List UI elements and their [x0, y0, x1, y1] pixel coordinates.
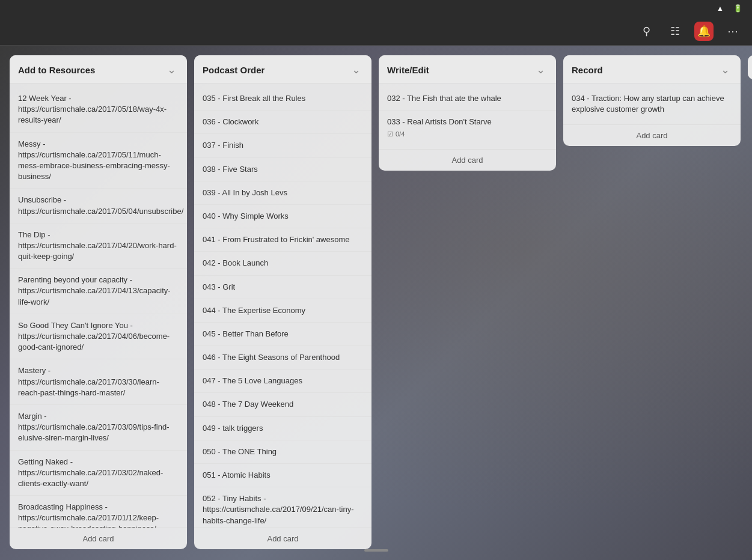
list-item[interactable]: 038 - Five Stars [194, 158, 371, 181]
search-button[interactable]: ⚲ [637, 22, 656, 41]
list-item[interactable]: Unsubscribe - https://curtismchale.ca/20… [10, 189, 187, 223]
list-item[interactable]: 048 - The 7 Day Weekend [194, 393, 371, 416]
card-text: 044 - The Expertise Economy [203, 306, 305, 315]
card-text: 048 - The 7 Day Weekend [203, 400, 293, 409]
column-add-to-resources: Add to Resources⌄12 Week Year - https://… [10, 55, 187, 549]
card-text: 034 - Traction: How any startup can achi… [572, 94, 724, 114]
search-icon: ⚲ [643, 25, 650, 38]
card-text: 052 - Tiny Habits - https://curtismchale… [203, 494, 353, 525]
list-item[interactable]: Margin - https://curtismchale.ca/2017/03… [10, 405, 187, 451]
list-item[interactable]: 044 - The Expertise Economy [194, 299, 371, 323]
list-item[interactable]: 037 - Finish [194, 134, 371, 157]
card-text: Getting Naked - https://curtismchale.ca/… [18, 457, 163, 488]
wifi-icon: ▲ [717, 4, 724, 13]
list-item[interactable]: Parenting beyond your capacity - https:/… [10, 269, 187, 314]
add-card-button-add-to-resources[interactable]: Add card [10, 528, 187, 549]
list-item[interactable]: So Good They Can't Ignore You - https://… [10, 314, 187, 360]
card-text: 040 - Why Simple Works [203, 212, 289, 221]
scroll-indicator [364, 549, 388, 552]
notifications-button[interactable]: 🔔 [694, 22, 714, 41]
title-bar: ⚲ ☷ 🔔 ⋯ [0, 17, 752, 46]
more-options-button[interactable]: ⋯ [723, 22, 742, 41]
checkbox-icon: ☑ [387, 130, 393, 139]
list-item[interactable]: 041 - From Frustrated to Frickin' awesom… [194, 228, 371, 252]
column-title-podcast-order: Podcast Order [203, 65, 264, 75]
column-menu-button-podcast-order[interactable]: ⌄ [349, 62, 363, 77]
column-header-edit-po: Edit Po [748, 55, 752, 79]
list-item[interactable]: Broadcasting Happiness - https://curtism… [10, 496, 187, 528]
card-text: 032 - The Fish that ate the whale [387, 94, 501, 103]
column-record: Record⌄034 - Traction: How any startup c… [563, 55, 741, 146]
list-item[interactable]: 033 - Real Artists Don't Starve☑ 0/4 [379, 111, 556, 145]
column-body-add-to-resources: 12 Week Year - https://curtismchale.ca/2… [10, 84, 187, 528]
card-text: 042 - Book Launch [203, 258, 268, 267]
column-title-add-to-resources: Add to Resources [18, 65, 95, 75]
list-item[interactable]: 050 - The ONE Thing [194, 440, 371, 464]
list-item[interactable]: 046 - The Eight Seasons of Parenthood [194, 346, 371, 370]
title-bar-left [10, 23, 637, 40]
list-item[interactable]: The Dip - https://curtismchale.ca/2017/0… [10, 224, 187, 269]
list-item[interactable]: Messy - https://curtismchale.ca/2017/05/… [10, 133, 187, 189]
list-item[interactable]: 047 - The 5 Love Languages [194, 370, 371, 393]
column-header-podcast-order: Podcast Order⌄ [194, 55, 371, 84]
list-item[interactable]: 039 - All In by Josh Levs [194, 181, 371, 205]
card-text: 049 - talk triggers [203, 424, 263, 433]
card-text: 036 - Clockwork [203, 117, 258, 126]
card-text: 043 - Grit [203, 282, 235, 291]
board-icon: ☷ [670, 25, 680, 38]
column-menu-button-write-edit[interactable]: ⌄ [533, 62, 548, 77]
add-card-button-write-edit[interactable]: Add card [379, 149, 556, 171]
card-text: 041 - From Frustrated to Frickin' awesom… [203, 235, 350, 244]
card-meta: ☑ 0/4 [387, 130, 548, 139]
list-item[interactable]: 051 - Atomic Habits [194, 464, 371, 487]
card-text: Messy - https://curtismchale.ca/2017/05/… [18, 139, 170, 181]
close-button[interactable] [10, 23, 26, 40]
list-item[interactable]: 043 - Grit [194, 276, 371, 299]
bell-icon: 🔔 [697, 25, 711, 38]
list-item[interactable]: 045 - Better Than Before [194, 323, 371, 346]
card-text: Mastery - https://curtismchale.ca/2017/0… [18, 366, 159, 397]
card-text: So Good They Can't Ignore You - https://… [18, 321, 170, 352]
card-text: 046 - The Eight Seasons of Parenthood [203, 353, 340, 362]
board-view-button[interactable]: ☷ [665, 22, 685, 41]
list-item[interactable]: Getting Naked - https://curtismchale.ca/… [10, 451, 187, 496]
card-text: 045 - Better Than Before [203, 329, 289, 338]
column-write-edit: Write/Edit⌄032 - The Fish that ate the w… [379, 55, 556, 171]
card-text: 050 - The ONE Thing [203, 447, 277, 456]
card-text: Unsubscribe - https://curtismchale.ca/20… [18, 195, 183, 215]
boards-container: Add to Resources⌄12 Week Year - https://… [0, 46, 752, 560]
card-text: The Dip - https://curtismchale.ca/2017/0… [18, 230, 177, 261]
card-text: Parenting beyond your capacity - https:/… [18, 275, 171, 306]
status-bar: ▲ 🔋 [0, 0, 752, 17]
list-item[interactable]: 032 - The Fish that ate the whale [379, 87, 556, 111]
card-checklist-count: 0/4 [396, 130, 405, 139]
card-text: 12 Week Year - https://curtismchale.ca/2… [18, 94, 167, 124]
list-item[interactable]: Mastery - https://curtismchale.ca/2017/0… [10, 359, 187, 405]
column-menu-button-record[interactable]: ⌄ [718, 62, 732, 77]
list-item[interactable]: 036 - Clockwork [194, 111, 371, 134]
card-text: 038 - Five Stars [203, 165, 258, 174]
column-edit-po: Edit Po [748, 55, 752, 79]
column-header-write-edit: Write/Edit⌄ [379, 55, 556, 84]
status-bar-right: ▲ 🔋 [717, 4, 742, 13]
list-item[interactable]: 042 - Book Launch [194, 252, 371, 275]
list-item[interactable]: 12 Week Year - https://curtismchale.ca/2… [10, 87, 187, 133]
card-text: 051 - Atomic Habits [203, 470, 271, 479]
column-menu-button-add-to-resources[interactable]: ⌄ [164, 62, 179, 77]
card-text: Margin - https://curtismchale.ca/2017/03… [18, 412, 169, 442]
list-item[interactable]: 052 - Tiny Habits - https://curtismchale… [194, 487, 371, 528]
list-item[interactable]: 040 - Why Simple Works [194, 205, 371, 228]
card-text: 047 - The 5 Love Languages [203, 376, 302, 385]
list-item[interactable]: 034 - Traction: How any startup can achi… [563, 87, 741, 121]
column-header-add-to-resources: Add to Resources⌄ [10, 55, 187, 84]
add-card-button-podcast-order[interactable]: Add card [194, 528, 371, 549]
list-item[interactable]: 035 - First Break all the Rules [194, 87, 371, 111]
add-card-button-record[interactable]: Add card [563, 124, 741, 146]
battery-icon: 🔋 [733, 4, 742, 13]
card-text: 039 - All In by Josh Levs [203, 188, 287, 197]
column-body-podcast-order: 035 - First Break all the Rules036 - Clo… [194, 84, 371, 528]
list-item[interactable]: 049 - talk triggers [194, 417, 371, 440]
card-text: 035 - First Break all the Rules [203, 94, 305, 103]
title-bar-right: ⚲ ☷ 🔔 ⋯ [637, 22, 742, 41]
more-icon: ⋯ [727, 25, 738, 38]
